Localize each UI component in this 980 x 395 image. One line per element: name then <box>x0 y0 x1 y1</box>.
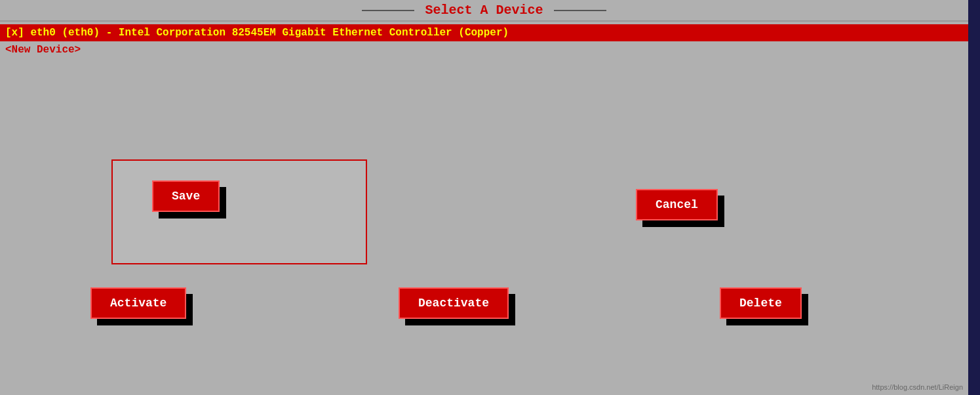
deactivate-button-group: Deactivate <box>399 287 509 319</box>
device-list: [x] eth0 (eth0) - Intel Corporation 8254… <box>0 22 968 61</box>
deactivate-button[interactable]: Deactivate <box>399 287 509 319</box>
delete-button[interactable]: Delete <box>720 287 802 319</box>
activate-button-group: Activate <box>90 287 186 319</box>
title-line-right <box>554 10 606 11</box>
page-title: Select A Device <box>414 3 553 18</box>
device-item-new[interactable]: <New Device> <box>0 41 968 58</box>
title-bar: Select A Device <box>0 0 968 22</box>
delete-button-group: Delete <box>720 287 802 319</box>
main-area: Select A Device [x] eth0 (eth0) - Intel … <box>0 0 968 395</box>
save-button-wrapper: Save <box>152 180 220 212</box>
cancel-button-wrapper: Cancel <box>636 189 718 220</box>
cancel-button[interactable]: Cancel <box>636 189 718 220</box>
buttons-area: Save Activate Deactivate Cancel <box>0 61 968 395</box>
title-line-left <box>362 10 414 11</box>
delete-button-wrapper: Delete <box>720 287 802 319</box>
title-bar-inner: Select A Device <box>362 3 606 18</box>
device-item-selected[interactable]: [x] eth0 (eth0) - Intel Corporation 8254… <box>0 24 968 41</box>
right-border <box>968 0 980 395</box>
activate-button-wrapper: Activate <box>90 287 186 319</box>
save-button-group: Save <box>152 180 220 212</box>
save-focus-box: Save <box>111 159 367 264</box>
deactivate-button-wrapper: Deactivate <box>399 287 509 319</box>
activate-button[interactable]: Activate <box>90 287 186 319</box>
save-button[interactable]: Save <box>152 180 220 212</box>
cancel-button-group: Cancel <box>636 189 718 220</box>
watermark: https://blog.csdn.net/LiReign <box>872 383 963 391</box>
